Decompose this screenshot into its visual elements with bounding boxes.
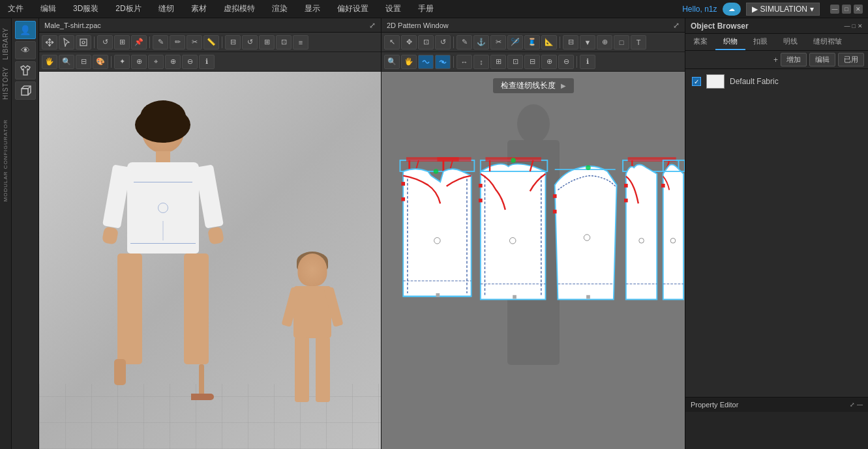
ob-minimize[interactable]: — [845, 23, 850, 29]
rotate-tool[interactable]: ↺ [97, 35, 113, 50]
2d-flip-v[interactable]: ↕ [473, 55, 489, 69]
2d-arrange[interactable]: ⊞ [490, 55, 506, 69]
draw-tool[interactable]: ✏ [170, 35, 185, 50]
2d-patch[interactable]: □ [614, 35, 629, 50]
point-tool[interactable]: ⊕ [131, 55, 147, 69]
close-button[interactable]: ✕ [854, 5, 863, 14]
delete-fabric-button[interactable]: 已用 [838, 53, 864, 66]
pin-tool[interactable]: 📌 [131, 35, 147, 50]
2d-select[interactable]: ↖ [384, 35, 400, 50]
tshirt-icon-btn[interactable] [15, 61, 36, 80]
layer-tool[interactable]: ≡ [293, 35, 308, 50]
pattern-piece-front[interactable] [401, 169, 471, 296]
pattern-piece-right-front[interactable] [624, 165, 657, 300]
2d-flip-h[interactable]: ↔ [456, 55, 472, 69]
2d-snap[interactable]: ⊖ [558, 55, 574, 69]
svg-point-43 [434, 169, 439, 174]
2d-sew[interactable]: 🪡 [507, 35, 523, 50]
hand-tool[interactable]: 🖐 [42, 55, 57, 69]
fabric-item-default[interactable]: ✓ Default Fabric [688, 72, 865, 91]
eye-icon-btn[interactable]: 👁 [15, 41, 36, 59]
move-tool[interactable] [42, 35, 57, 50]
menu-item-render[interactable]: 渲染 [269, 2, 290, 16]
scene-3d[interactable] [39, 72, 381, 449]
2d-anchor[interactable]: ⚓ [473, 35, 489, 50]
frame-tool[interactable]: ⊟ [76, 55, 91, 69]
2d-seam2[interactable] [435, 55, 451, 69]
2d-button[interactable]: ⊕ [597, 35, 612, 50]
menu-item-preferences[interactable]: 偏好设置 [335, 2, 371, 16]
pattern-scene[interactable]: 检查缝纫线长度 [382, 72, 685, 449]
2d-grain[interactable]: ⊟ [524, 55, 540, 69]
tab-topstitch[interactable]: 明线 [775, 34, 805, 50]
menu-item-display[interactable]: 显示 [302, 2, 323, 16]
2d-seam[interactable] [418, 55, 434, 69]
pattern-piece-back[interactable] [479, 157, 547, 299]
ob-close[interactable]: ✕ [858, 23, 863, 29]
menu-item-3d[interactable]: 3D服装 [70, 2, 101, 16]
2d-cut[interactable]: ✂ [490, 35, 506, 50]
pe-minimize[interactable]: — [857, 401, 863, 408]
sub-tool[interactable]: ⊖ [182, 55, 198, 69]
edit-fabric-button[interactable]: 编辑 [809, 53, 835, 66]
2d-needle[interactable]: 🧵 [524, 35, 540, 50]
2d-zoom[interactable]: 🔍 [384, 55, 400, 69]
menu-item-help[interactable]: 手册 [415, 2, 436, 16]
tab-fabric[interactable]: 织物 [715, 34, 745, 50]
reset-tool[interactable]: ↺ [242, 35, 258, 50]
cube-icon-btn[interactable] [15, 81, 36, 100]
ob-maximize[interactable]: □ [852, 23, 856, 29]
2d-label[interactable]: T [631, 35, 646, 50]
edit-tool[interactable]: ✎ [153, 35, 168, 50]
wire-tool[interactable]: ⊡ [276, 35, 292, 50]
2d-dart[interactable]: ▼ [580, 35, 595, 50]
arrange-tool[interactable]: ⊟ [225, 35, 241, 50]
2d-symbol[interactable]: ⊡ [507, 55, 523, 69]
expand-3d-icon[interactable]: ⤢ [369, 21, 376, 30]
select-tool[interactable] [59, 35, 74, 50]
menu-item-sew[interactable]: 缝纫 [156, 2, 177, 16]
2d-move[interactable]: ✥ [401, 35, 417, 50]
svg-point-3 [441, 61, 444, 63]
2d-measure[interactable]: 📐 [541, 35, 557, 50]
patterns-svg[interactable] [382, 88, 685, 449]
tab-suyan[interactable]: 素案 [685, 34, 715, 50]
zoom-tool[interactable]: 🔍 [59, 55, 74, 69]
cut-tool[interactable]: ⌖ [148, 55, 164, 69]
menu-item-material[interactable]: 素材 [188, 2, 209, 16]
pattern-piece-right-back[interactable] [661, 160, 685, 300]
menu-item-settings[interactable]: 设置 [383, 2, 404, 16]
2d-pen[interactable]: ✎ [456, 35, 472, 50]
grid-tool[interactable]: ⊞ [259, 35, 275, 50]
cloud-sync-icon[interactable]: ☁ [723, 3, 741, 16]
menu-item-2d[interactable]: 2D板片 [113, 2, 143, 16]
maximize-button[interactable]: □ [842, 5, 851, 14]
2d-rotate[interactable]: ↺ [435, 35, 451, 50]
tab-pleat[interactable]: 缝纫褶皱 [805, 34, 850, 50]
transform-tool[interactable] [76, 35, 91, 50]
2d-info[interactable]: ℹ [580, 55, 595, 69]
tab-buttonhole[interactable]: 扣眼 [745, 34, 775, 50]
pe-expand-icon[interactable]: ⤢ [850, 401, 855, 408]
menu-item-edit[interactable]: 编辑 [38, 2, 59, 16]
2d-pan[interactable]: 🖐 [401, 55, 417, 69]
2d-fold[interactable]: ⊟ [563, 35, 578, 50]
2d-transform[interactable]: ⊡ [418, 35, 434, 50]
add-tool[interactable]: ⊕ [165, 55, 181, 69]
scissors-tool[interactable]: ✂ [187, 35, 202, 50]
pattern-piece-sleeve[interactable] [553, 166, 617, 299]
add-fabric-button[interactable]: 增加 [781, 53, 807, 66]
menu-item-file[interactable]: 文件 [5, 2, 26, 16]
minimize-button[interactable]: — [830, 5, 839, 14]
info-tool[interactable]: ℹ [199, 55, 215, 69]
2d-notch[interactable]: ⊕ [541, 55, 557, 69]
menu-item-avatar[interactable]: 虚拟模特 [221, 2, 258, 16]
fabric-checkbox[interactable]: ✓ [692, 77, 701, 86]
avatar-icon-btn[interactable]: 👤 [15, 21, 36, 39]
measure-tool[interactable]: 📏 [203, 35, 219, 50]
scale-tool[interactable]: ⊞ [114, 35, 130, 50]
color-tool[interactable]: 🎨 [93, 55, 108, 69]
simulation-button[interactable]: ▶ SIMULATION ▾ [746, 3, 820, 16]
marker-tool[interactable]: ✦ [114, 55, 130, 69]
expand-2d-icon[interactable]: ⤢ [673, 21, 680, 30]
